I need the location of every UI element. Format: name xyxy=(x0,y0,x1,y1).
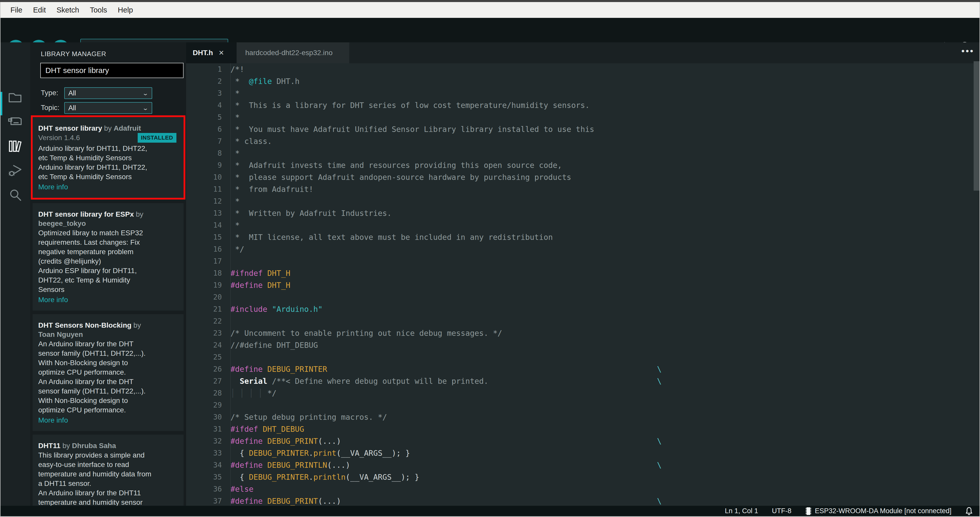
code-line[interactable]: 25 xyxy=(186,351,980,363)
code-line[interactable]: 4 * This is a library for DHT series of … xyxy=(186,99,980,111)
menu-sketch[interactable]: Sketch xyxy=(51,2,84,18)
code-text: * You must have Adafruit Unified Sensor … xyxy=(231,125,980,134)
library-card[interactable]: DHT sensor library for ESPx bybeegee_tok… xyxy=(33,203,183,311)
code-text: * class. xyxy=(231,137,980,146)
line-number: 10 xyxy=(186,173,231,182)
topic-filter-value: All xyxy=(65,104,142,112)
code-line[interactable]: 34#define DEBUG_PRINTLN(...)\ xyxy=(186,459,980,471)
menu-help[interactable]: Help xyxy=(113,2,138,18)
code-line[interactable]: 26#define DEBUG_PRINTER\ xyxy=(186,363,980,375)
more-info-link[interactable]: More info xyxy=(38,182,177,192)
code-line[interactable]: 1/*! xyxy=(186,63,980,75)
library-manager-panel: LIBRARY MANAGER Type: All ⌄ Topic: All ⌄… xyxy=(30,42,186,506)
code-line[interactable]: 14 * xyxy=(186,219,980,231)
line-number: 22 xyxy=(186,317,231,326)
close-icon[interactable]: ✕ xyxy=(213,49,224,57)
library-card[interactable]: DHT Sensors Non-Blocking byToan NguyenAn… xyxy=(33,314,183,431)
code-text: * xyxy=(231,113,980,122)
notifications-button[interactable] xyxy=(965,507,973,515)
code-line[interactable]: 36#else xyxy=(186,483,980,495)
code-line[interactable]: 2 * @file DHT.h xyxy=(186,75,980,87)
code-line[interactable]: 15 * MIT license, all text above must be… xyxy=(186,231,980,243)
code-text: #define DEBUG_PRINT(...)\ xyxy=(231,496,980,506)
line-number: 4 xyxy=(186,101,231,110)
code-line[interactable]: 13 * Written by Adafruit Industries. xyxy=(186,207,980,219)
library-card-description-line: optimize CPU performance. xyxy=(38,405,177,415)
line-number: 25 xyxy=(186,353,231,361)
code-line[interactable]: 27 Serial /**< Define where debug output… xyxy=(186,375,980,387)
code-line[interactable]: 20 xyxy=(186,291,980,303)
tab-sketch-ino[interactable]: hardcoded-dht22-esp32.ino xyxy=(237,42,349,63)
code-line[interactable]: 16 */ xyxy=(186,243,980,255)
code-line[interactable]: 10 * please support Adafruit andopen-sou… xyxy=(186,171,980,183)
more-info-link[interactable]: More info xyxy=(38,415,177,425)
code-line[interactable]: 19#define DHT_H xyxy=(186,279,980,291)
menu-file[interactable]: File xyxy=(5,2,28,18)
menu-tools[interactable]: Tools xyxy=(84,2,113,18)
code-line[interactable]: 8 * xyxy=(186,147,980,159)
code-line[interactable]: 31#ifdef DHT_DEBUG xyxy=(186,423,980,435)
line-number: 3 xyxy=(186,89,231,97)
topic-filter-row: Topic: All ⌄ xyxy=(41,102,183,114)
editor-scrollbar[interactable] xyxy=(974,61,980,191)
library-card-description-line: Arduino library for DHT11, DHT22, xyxy=(38,163,177,172)
sidebar-item-sketchbook[interactable] xyxy=(0,85,30,109)
code-text: #ifndef DHT_H xyxy=(231,269,980,278)
sidebar-item-library-manager[interactable] xyxy=(0,134,30,158)
tab-dht-h[interactable]: DHT.h ✕ xyxy=(186,42,237,63)
code-line[interactable]: 24//#define DHT_DEBUG xyxy=(186,339,980,351)
menu-edit[interactable]: Edit xyxy=(28,2,51,18)
code-line[interactable]: 12 * xyxy=(186,195,980,207)
code-line[interactable]: 33 { DEBUG_PRINTER.print(__VA_ARGS__); } xyxy=(186,447,980,459)
code-editor[interactable]: 1/*!2 * @file DHT.h3 *4 * This is a libr… xyxy=(186,63,980,506)
library-card[interactable]: DHT sensor library by AdafruitVersion 1.… xyxy=(31,115,185,199)
line-number: 26 xyxy=(186,365,231,373)
code-line[interactable]: 5 * xyxy=(186,111,980,123)
code-line[interactable]: 11 * from Adafruit! xyxy=(186,183,980,195)
library-search-input[interactable] xyxy=(40,63,183,78)
line-number: 8 xyxy=(186,149,231,158)
library-card[interactable]: DHT11 by Dhruba SahaThis library provide… xyxy=(33,434,183,506)
line-number: 29 xyxy=(186,401,231,409)
cursor-position[interactable]: Ln 1, Col 1 xyxy=(725,507,758,515)
code-line[interactable]: 6 * You must have Adafruit Unified Senso… xyxy=(186,123,980,135)
code-line[interactable]: 35 { DEBUG_PRINTER.println(__VA_ARGS__);… xyxy=(186,471,980,483)
type-filter-select[interactable]: All ⌄ xyxy=(64,87,152,99)
line-number: 11 xyxy=(186,185,231,193)
code-text: * xyxy=(231,197,980,206)
code-line[interactable]: 23/* Uncomment to enable printing out ni… xyxy=(186,327,980,339)
code-text: * xyxy=(231,149,980,158)
more-info-link[interactable]: More info xyxy=(38,295,177,305)
code-text: * please support Adafruit andopen-source… xyxy=(231,173,980,182)
code-line[interactable]: 21#include "Arduino.h" xyxy=(186,303,980,315)
library-card-description-line: With Non-Blocking design to xyxy=(38,396,177,405)
code-line[interactable]: 18#ifndef DHT_H xyxy=(186,267,980,279)
code-line[interactable]: 32#define DEBUG_PRINT(...)\ xyxy=(186,435,980,447)
window-top-edge xyxy=(0,0,980,2)
panel-title: LIBRARY MANAGER xyxy=(41,50,106,58)
code-line[interactable]: 9 * Adafruit invests time and resources … xyxy=(186,159,980,171)
encoding[interactable]: UTF-8 xyxy=(772,507,792,515)
library-card-title: DHT sensor library for ESPx by xyxy=(38,210,177,219)
topic-filter-select[interactable]: All ⌄ xyxy=(64,102,152,114)
sidebar-item-search[interactable] xyxy=(0,183,30,207)
code-line[interactable]: 3 * xyxy=(186,87,980,99)
code-line[interactable]: 28│ │ │ │ */ xyxy=(186,387,980,399)
code-line[interactable]: 7 * class. xyxy=(186,135,980,147)
code-text: //#define DHT_DEBUG xyxy=(231,341,980,349)
board-status[interactable]: ESP32-WROOM-DA Module [not connected] xyxy=(805,507,951,515)
sidebar-item-boards-manager[interactable] xyxy=(0,109,30,133)
code-line[interactable]: 17 xyxy=(186,255,980,267)
sidebar-item-debug[interactable] xyxy=(0,158,30,182)
line-number: 2 xyxy=(186,77,231,86)
line-number: 18 xyxy=(186,269,231,278)
code-text: * from Adafruit! xyxy=(231,185,980,194)
code-line[interactable]: 22 xyxy=(186,315,980,327)
ellipsis-menu-icon[interactable]: ••• xyxy=(961,46,974,56)
line-number: 1 xyxy=(186,65,231,73)
code-line[interactable]: 37#define DEBUG_PRINT(...)\ xyxy=(186,495,980,506)
code-line[interactable]: 29 xyxy=(186,399,980,411)
line-number: 17 xyxy=(186,257,231,265)
library-card-description-line: optimize CPU performance. xyxy=(38,367,177,377)
code-line[interactable]: 30/* Setup debug printing macros. */ xyxy=(186,411,980,423)
